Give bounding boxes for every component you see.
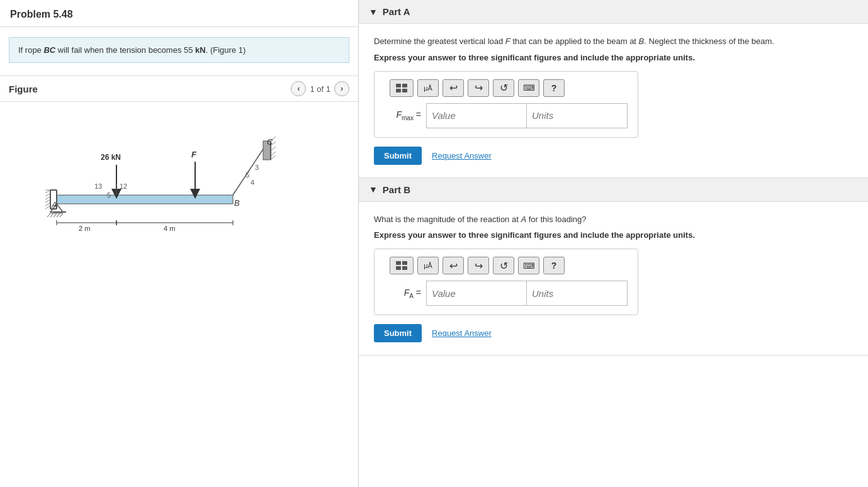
part-a-answer-box: μÅ ↩ ↪ ↺ ⌨ ?: [374, 71, 638, 138]
statement-suffix: . (Figure 1): [206, 45, 246, 55]
part-a-refresh-button[interactable]: ↺: [493, 79, 514, 97]
label-F: F: [191, 150, 197, 159]
part-b-value-input[interactable]: [426, 281, 527, 306]
problem-title: Problem 5.48: [0, 0, 358, 27]
svg-line-25: [271, 147, 276, 151]
svg-line-6: [45, 190, 50, 193]
part-a-collapse-icon[interactable]: ▼: [369, 7, 378, 17]
part-a-content: Determine the greatest vertical load F t…: [359, 24, 868, 177]
svg-line-8: [45, 196, 50, 199]
label-26kn: 26 kN: [101, 153, 121, 162]
label-12: 12: [120, 182, 127, 190]
part-b-answer-box: μÅ ↩ ↪ ↺ ⌨ ?: [374, 249, 638, 315]
part-a-undo-button[interactable]: ↩: [442, 79, 464, 97]
figure-next-button[interactable]: ›: [334, 81, 349, 96]
part-a-description: Determine the greatest vertical load F t…: [374, 35, 853, 48]
statement-middle: will fail when the tension becomes 55: [55, 45, 195, 55]
kn-label: kN: [195, 45, 206, 55]
part-a-help-button[interactable]: ?: [543, 79, 565, 97]
part-a-toolbar: μÅ ↩ ↪ ↺ ⌨ ?: [383, 79, 629, 97]
part-a-submit-button[interactable]: Submit: [374, 147, 422, 165]
svg-line-9: [45, 199, 50, 203]
part-b-collapse-icon[interactable]: ▼: [369, 184, 378, 194]
statement-prefix: If rope: [18, 45, 43, 55]
svg-line-17: [54, 213, 57, 217]
part-b-toolbar: μÅ ↩ ↪ ↺ ⌨ ?: [383, 257, 629, 274]
label-B: B: [234, 198, 240, 208]
svg-line-19: [60, 213, 63, 217]
part-b-undo-button[interactable]: ↩: [442, 257, 464, 274]
svg-line-10: [45, 203, 50, 206]
figure-nav: ‹ 1 of 1 ›: [291, 81, 349, 96]
label-4m: 4 m: [164, 225, 175, 232]
part-b-section: ▼ Part B What is the magnitude of the re…: [359, 178, 868, 356]
part-a-redo-button[interactable]: ↪: [468, 79, 489, 97]
bc-label: BC: [43, 45, 55, 55]
part-a-header: ▼ Part A: [359, 0, 868, 24]
label-13: 13: [94, 182, 102, 190]
label-5a: 5: [245, 171, 249, 179]
part-b-keyboard-button[interactable]: ⌨: [518, 257, 539, 274]
svg-line-7: [45, 193, 50, 196]
part-b-input-row: FA =: [383, 281, 629, 306]
part-a-action-row: Submit Request Answer: [374, 147, 853, 165]
figure-svg: B C 5 3 4: [19, 115, 283, 240]
part-b-request-link[interactable]: Request Answer: [432, 328, 492, 338]
part-a-request-link[interactable]: Request Answer: [432, 151, 492, 160]
figure-diagram: B C 5 3 4: [0, 102, 358, 240]
part-b-submit-button[interactable]: Submit: [374, 324, 422, 342]
figure-header: Figure ‹ 1 of 1 ›: [0, 76, 358, 102]
svg-line-11: [45, 206, 50, 209]
figure-section: Figure ‹ 1 of 1 ›: [0, 76, 358, 240]
label-A: A: [51, 200, 57, 210]
part-b-input-label: FA =: [383, 288, 421, 299]
part-a-matrix-button[interactable]: [390, 79, 414, 97]
part-b-title: Part B: [383, 184, 410, 195]
label-2m: 2 m: [79, 225, 90, 232]
part-a-title: Part A: [383, 6, 410, 17]
problem-statement: If rope BC will fail when the tension be…: [9, 37, 349, 63]
part-b-header: ▼ Part B: [359, 178, 868, 202]
label-C: C: [267, 137, 273, 147]
part-a-units-input[interactable]: [527, 103, 628, 128]
part-a-input-label: Fmax =: [383, 109, 421, 121]
svg-line-18: [57, 213, 60, 217]
part-a-input-row: Fmax =: [383, 103, 629, 128]
svg-line-16: [50, 213, 54, 217]
label-3: 3: [255, 164, 259, 171]
figure-page-label: 1 of 1: [310, 84, 330, 94]
part-b-action-row: Submit Request Answer: [374, 324, 853, 342]
part-b-units-input[interactable]: [527, 281, 628, 306]
figure-title: Figure: [9, 84, 38, 94]
part-a-value-input[interactable]: [426, 103, 527, 128]
svg-rect-0: [57, 195, 233, 204]
part-a-instruction: Express your answer to three significant…: [374, 53, 853, 62]
label-5b: 5: [107, 191, 111, 199]
part-b-content: What is the magnitude of the reaction at…: [359, 202, 868, 355]
part-a-section: ▼ Part A Determine the greatest vertical…: [359, 0, 868, 178]
svg-line-15: [47, 213, 50, 217]
part-b-instruction: Express your answer to three significant…: [374, 230, 853, 240]
part-a-keyboard-button[interactable]: ⌨: [518, 79, 539, 97]
label-4: 4: [251, 179, 254, 186]
part-b-mu-button[interactable]: μÅ: [417, 257, 439, 274]
part-b-refresh-button[interactable]: ↺: [493, 257, 514, 274]
part-a-mu-button[interactable]: μÅ: [417, 79, 439, 97]
part-b-matrix-button[interactable]: [390, 257, 414, 274]
part-b-redo-button[interactable]: ↪: [468, 257, 489, 274]
part-b-help-button[interactable]: ?: [543, 257, 565, 274]
svg-line-27: [271, 155, 276, 160]
figure-prev-button[interactable]: ‹: [291, 81, 306, 96]
part-b-description: What is the magnitude of the reaction at…: [374, 213, 853, 226]
svg-line-26: [271, 152, 276, 156]
